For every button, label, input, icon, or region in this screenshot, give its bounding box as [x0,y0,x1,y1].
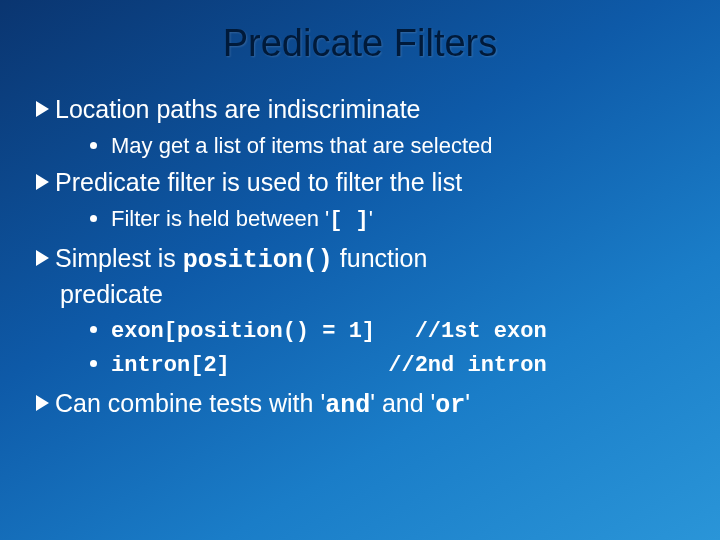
bullet-prefix: Can combine tests with ' [55,389,325,417]
arrow-icon [36,174,49,190]
dot-icon [90,360,97,367]
sub-item: Filter is held between '[ ]' [90,204,684,236]
sub-item-code: exon[position() = 1] //1st exon [90,315,684,347]
sub-code: [ ] [329,208,369,233]
bullet-code: position() [183,246,333,275]
slide-title: Predicate Filters [36,22,684,65]
code-text: intron[2] //2nd intron [111,353,547,378]
bullet-continuation: predicate [60,278,684,312]
code-text: exon[position() = 1] //1st exon [111,319,547,344]
arrow-icon [36,101,49,117]
bullet-item-2: Predicate filter is used to filter the l… [36,166,684,200]
sub-item-code: intron[2] //2nd intron [90,349,684,381]
sub-list-2: Filter is held between '[ ]' [90,204,684,236]
bullet-mid: ' and ' [370,389,435,417]
bullet-prefix: Simplest is [55,244,183,272]
sub-prefix: Filter is held between ' [111,206,329,231]
arrow-icon [36,395,49,411]
bullet-item-4: Can combine tests with 'and' and 'or' [36,387,684,423]
sub-item: May get a list of items that are selecte… [90,131,684,161]
dot-icon [90,215,97,222]
code-or: or [435,391,465,420]
bullet-suffix-1: function [333,244,428,272]
arrow-icon [36,250,49,266]
bullet-item-3: Simplest is position() function predicat… [36,242,684,312]
bullet-suffix: ' [465,389,470,417]
sub-list-1: May get a list of items that are selecte… [90,131,684,161]
sub-text: May get a list of items that are selecte… [111,133,493,158]
bullet-item-1: Location paths are indiscriminate [36,93,684,127]
slide-content: Location paths are indiscriminate May ge… [36,93,684,423]
dot-icon [90,142,97,149]
dot-icon [90,326,97,333]
code-and: and [325,391,370,420]
sub-list-3: exon[position() = 1] //1st exon intron[2… [90,315,684,380]
sub-suffix: ' [369,206,373,231]
bullet-text: Predicate filter is used to filter the l… [55,168,462,196]
bullet-text: Location paths are indiscriminate [55,95,420,123]
